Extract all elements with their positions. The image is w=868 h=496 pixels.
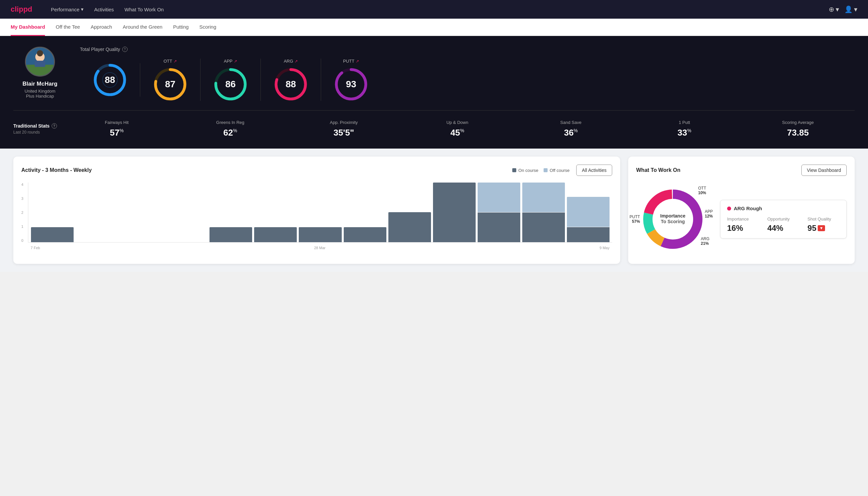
bar-on-course xyxy=(31,227,74,242)
down-badge: ▼ xyxy=(818,225,825,231)
tab-around-the-green[interactable]: Around the Green xyxy=(123,19,162,36)
bar-on-course xyxy=(209,227,252,242)
app-label: APP ↗ xyxy=(224,59,237,64)
tpq-info-icon[interactable]: ? xyxy=(122,47,128,52)
chart-title: Activity - 3 Months - Weekly xyxy=(21,167,92,173)
donut-label-ott: OTT10% xyxy=(698,186,706,195)
tpq-label: Total Player Quality ? xyxy=(80,47,855,52)
arg-value: 88 xyxy=(285,79,296,90)
score-arg: ARG ↗ 88 xyxy=(261,59,321,101)
avatar xyxy=(25,47,55,77)
ott-arrow-icon: ↗ xyxy=(174,59,177,64)
bar-on-course xyxy=(478,213,520,242)
tab-approach[interactable]: Approach xyxy=(91,19,112,36)
arg-info-card: ARG Rough Importance 16% Opportunity 44%… xyxy=(720,200,847,238)
ott-circle: 87 xyxy=(154,68,187,101)
bar-on-course xyxy=(344,227,386,242)
bar-group xyxy=(522,183,565,242)
bar-on-course xyxy=(567,227,610,242)
traditional-stats: Traditional Stats ? Last 20 rounds Fairw… xyxy=(13,120,855,138)
score-ott: OTT ↗ 87 xyxy=(140,59,201,101)
tab-my-dashboard[interactable]: My Dashboard xyxy=(11,19,45,36)
putt-arrow-icon: ↗ xyxy=(356,59,359,64)
legend-off-course-dot xyxy=(543,168,548,172)
hero-section: Blair McHarg United Kingdom Plus Handica… xyxy=(0,36,868,149)
arg-arrow-icon: ↗ xyxy=(295,59,298,64)
nav-performance[interactable]: Performance ▾ xyxy=(51,6,84,12)
all-activities-button[interactable]: All Activities xyxy=(576,165,612,176)
svg-text:To Scoring: To Scoring xyxy=(661,219,685,224)
add-button[interactable]: ⊕▾ xyxy=(829,5,839,13)
donut-label-app: APP12% xyxy=(705,209,713,218)
stat-fairways-hit: Fairways Hit 57% xyxy=(60,120,174,138)
stat-scoring-average: Scoring Average 73.85 xyxy=(741,120,855,138)
nav-activities[interactable]: Activities xyxy=(94,7,114,12)
bar-group xyxy=(31,183,74,242)
what-to-work-on-card: What To Work On View Dashboard xyxy=(628,157,855,264)
x-label-mar: 28 Mar xyxy=(314,246,326,250)
x-label-feb: 7 Feb xyxy=(31,246,40,250)
player-name: Blair McHarg xyxy=(23,81,58,87)
score-app: APP ↗ 86 xyxy=(201,59,261,101)
arg-label: ARG ↗ xyxy=(284,59,298,64)
bar-off-course xyxy=(478,183,520,212)
tab-off-the-tee[interactable]: Off the Tee xyxy=(56,19,80,36)
bar-group xyxy=(478,183,520,242)
arg-dot-icon xyxy=(727,206,731,211)
bar-group xyxy=(76,183,118,242)
arg-metrics: Importance 16% Opportunity 44% Shot Qual… xyxy=(727,217,840,233)
donut-label-arg: ARG21% xyxy=(701,236,709,246)
legend-off-course: Off course xyxy=(543,168,570,173)
arg-metric-shot-quality: Shot Quality 95 ▼ xyxy=(807,217,840,233)
app-arrow-icon: ↗ xyxy=(234,59,237,64)
stat-app-proximity: App. Proximity 35'5" xyxy=(287,120,401,138)
scores-section: Total Player Quality ? 88 xyxy=(80,47,855,101)
bar-group xyxy=(567,183,610,242)
ott-label: OTT ↗ xyxy=(163,59,177,64)
scores-row: 88 OTT ↗ 87 xyxy=(80,59,855,101)
activity-chart-card: Activity - 3 Months - Weekly On course O… xyxy=(13,157,620,264)
putt-label: PUTT ↗ xyxy=(343,59,359,64)
x-label-may: 9 May xyxy=(600,246,610,250)
bar-on-course xyxy=(388,212,431,242)
bar-group xyxy=(388,183,431,242)
arg-circle: 88 xyxy=(274,68,307,101)
bar-group xyxy=(120,183,163,242)
score-overall: 88 xyxy=(80,63,140,97)
donut-chart: Importance To Scoring OTT10% APP12% ARG2… xyxy=(636,183,709,256)
player-info: Blair McHarg United Kingdom Plus Handica… xyxy=(13,47,67,98)
player-country: United Kingdom xyxy=(25,89,56,94)
svg-point-4 xyxy=(37,50,43,56)
stat-up-down: Up & Down 45% xyxy=(401,120,514,138)
donut-label-putt: PUTT57% xyxy=(630,215,640,224)
bar-on-course xyxy=(522,213,565,242)
tabs-bar: My Dashboard Off the Tee Approach Around… xyxy=(0,19,868,36)
tab-scoring[interactable]: Scoring xyxy=(199,19,216,36)
bar-on-course xyxy=(433,183,476,242)
trad-label: Traditional Stats ? Last 20 rounds xyxy=(13,123,60,135)
bar-group xyxy=(209,183,252,242)
trad-info-icon[interactable]: ? xyxy=(52,123,57,128)
bar-group xyxy=(433,183,476,242)
arg-metric-importance: Importance 16% xyxy=(727,217,759,233)
arg-card-title: ARG Rough xyxy=(727,205,840,211)
logo[interactable]: clippd xyxy=(11,5,32,14)
bar-off-course xyxy=(522,183,565,212)
stat-greens-in-reg: Greens In Reg 62% xyxy=(174,120,287,138)
bar-group xyxy=(165,183,207,242)
chart-header: Activity - 3 Months - Weekly On course O… xyxy=(21,165,612,176)
tab-putting[interactable]: Putting xyxy=(173,19,189,36)
wtwo-header: What To Work On View Dashboard xyxy=(636,165,847,176)
nav-what-to-work-on[interactable]: What To Work On xyxy=(125,7,164,12)
bar-on-course xyxy=(299,227,342,242)
overall-circle: 88 xyxy=(93,63,127,97)
view-dashboard-button[interactable]: View Dashboard xyxy=(801,165,847,176)
top-nav: clippd Performance ▾ Activities What To … xyxy=(0,0,868,19)
bar-on-course xyxy=(254,227,297,242)
bar-group xyxy=(344,183,386,242)
ott-value: 87 xyxy=(165,79,175,90)
app-value: 86 xyxy=(225,79,236,90)
score-putt: PUTT ↗ 93 xyxy=(321,59,381,101)
user-menu-button[interactable]: 👤▾ xyxy=(845,5,857,13)
bar-group xyxy=(254,183,297,242)
